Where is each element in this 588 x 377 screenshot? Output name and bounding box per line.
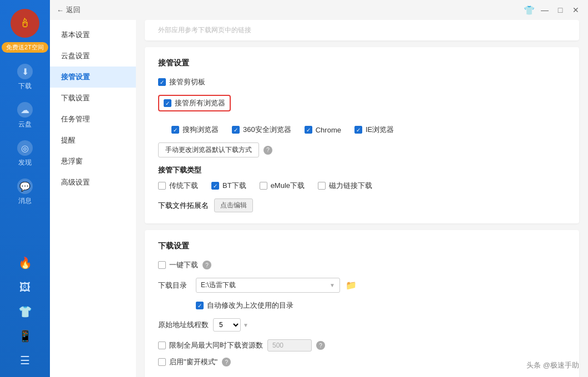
emule-download-label[interactable]: eMule下载: [260, 181, 305, 191]
limit-checkbox[interactable]: [158, 342, 166, 349]
shirt-icon[interactable]: 👕: [524, 4, 535, 16]
sougou-browser-checkbox[interactable]: [171, 126, 179, 134]
magnet-download-label[interactable]: 磁力链接下载: [318, 181, 372, 191]
one-click-label[interactable]: 一键下载: [158, 260, 198, 270]
nav-item-float[interactable]: 悬浮窗: [50, 151, 136, 172]
discover-icon: ◎: [17, 140, 33, 156]
limit-input[interactable]: [267, 339, 312, 351]
sidebar-item-discover[interactable]: ◎ 发现: [0, 135, 50, 173]
sougou-browser-label[interactable]: 搜狗浏览器: [171, 125, 219, 135]
auto-dir-row: 自动修改为上次使用的目录: [158, 300, 566, 310]
browsers-row: 搜狗浏览器 360安全浏览器 Chrome IE浏览器: [171, 125, 566, 135]
watermark: 头条 @极速手助: [526, 360, 579, 370]
clipboard-checkbox[interactable]: [158, 78, 166, 86]
content-row: 基本设置 云盘设置 接管设置 下载设置 任务管理 提醒 悬浮窗 高级设置: [50, 20, 588, 377]
auto-dir-label[interactable]: 自动修改为上次使用的目录: [196, 300, 293, 310]
manual-help-icon[interactable]: ?: [263, 146, 272, 155]
threads-label: 原始地址线程数: [158, 320, 209, 330]
limit-row: 限制全局最大同时下载资源数 ?: [158, 339, 566, 351]
sidebar: 🕯 免费送2T空间 ⬇ 下载 ☁ 云盘 ◎ 发现 💬 消息 🔥 🖼 👕 📱 ☰: [0, 0, 50, 377]
manual-btn-row: 手动更改浏览器默认下载方式 ?: [158, 142, 566, 157]
threads-dropdown-icon: ▼: [243, 322, 249, 328]
download-section-card: 下载设置 一键下载 ? 下载目录 E:\迅雷下载 ▼ 📁: [145, 230, 579, 377]
nav-item-tasks[interactable]: 任务管理: [50, 109, 136, 130]
sidebar-bottom: 🔥 🖼 👕 📱 ☰: [0, 253, 50, 377]
settings-nav: 基本设置 云盘设置 接管设置 下载设置 任务管理 提醒 悬浮窗 高级设置: [50, 20, 136, 377]
download-types-title: 接管下载类型: [158, 165, 566, 175]
takeover-section-title: 接管设置: [158, 58, 566, 68]
titlebar: ← 返回 👕 — □ ✕: [50, 0, 588, 20]
clipboard-checkbox-label[interactable]: 接管剪切板: [158, 77, 205, 87]
all-browsers-highlight: 接管所有浏览器: [158, 95, 231, 111]
download-section-title: 下载设置: [158, 241, 566, 251]
window-controls: 👕 — □ ✕: [524, 4, 581, 16]
maximize-button[interactable]: □: [555, 4, 566, 16]
auto-dir-checkbox[interactable]: [196, 302, 204, 309]
download-icon: ⬇: [17, 64, 33, 79]
extensions-label: 下载文件拓展名: [158, 201, 209, 211]
sidebar-item-cloud[interactable]: ☁ 云盘: [0, 96, 50, 135]
main-area: ← 返回 👕 — □ ✕ 基本设置 云盘设置 接管设置 下载设置: [50, 0, 588, 377]
bt-download-checkbox[interactable]: [211, 182, 219, 190]
messages-icon: 💬: [17, 179, 33, 194]
all-browsers-label: 接管所有浏览器: [175, 98, 225, 108]
nav-item-basic[interactable]: 基本设置: [50, 24, 136, 45]
limit-checkbox-label[interactable]: 限制全局最大同时下载资源数: [158, 340, 263, 350]
sidebar-nav: ⬇ 下载 ☁ 云盘 ◎ 发现 💬 消息: [0, 58, 50, 211]
sidebar-item-download[interactable]: ⬇ 下载: [0, 58, 50, 96]
nav-item-takeover[interactable]: 接管设置: [50, 67, 136, 88]
traditional-download-checkbox[interactable]: [158, 182, 166, 190]
window-mode-help-icon[interactable]: ?: [222, 358, 231, 366]
360-browser-label[interactable]: 360安全浏览器: [232, 125, 291, 135]
window-mode-row: 启用"窗开模式" ?: [158, 357, 566, 367]
dir-input[interactable]: E:\迅雷下载 ▼: [196, 278, 340, 293]
fire-icon[interactable]: 🔥: [15, 253, 35, 273]
nav-item-remind[interactable]: 提醒: [50, 130, 136, 151]
magnet-download-checkbox[interactable]: [318, 182, 326, 190]
360-browser-checkbox[interactable]: [232, 126, 240, 134]
mobile-icon[interactable]: 📱: [15, 326, 35, 346]
close-button[interactable]: ✕: [570, 4, 581, 16]
nav-item-download[interactable]: 下载设置: [50, 88, 136, 109]
limit-help-icon[interactable]: ?: [316, 341, 325, 350]
top-partial-card: 外部应用参考下载网页中的链接: [145, 20, 579, 40]
folder-icon[interactable]: 📁: [344, 279, 358, 292]
extensions-row: 下载文件拓展名 点击编辑: [158, 198, 566, 212]
back-arrow-icon: ←: [57, 6, 64, 14]
window-mode-checkbox[interactable]: [158, 358, 166, 366]
takeover-section-card: 接管设置 接管剪切板 接管所有浏览器: [145, 47, 579, 223]
gift-icon[interactable]: 👕: [15, 302, 35, 322]
dir-dropdown-icon[interactable]: ▼: [330, 282, 335, 288]
ie-browser-label[interactable]: IE浏览器: [354, 125, 394, 135]
all-browsers-checkbox[interactable]: [164, 99, 171, 107]
emule-download-checkbox[interactable]: [260, 182, 267, 190]
image-icon[interactable]: 🖼: [15, 277, 35, 297]
chrome-browser-label[interactable]: Chrome: [305, 126, 341, 134]
one-click-checkbox[interactable]: [158, 261, 166, 269]
sidebar-item-messages[interactable]: 💬 消息: [0, 173, 50, 211]
minimize-button[interactable]: —: [539, 4, 550, 16]
traditional-download-label[interactable]: 传统下载: [158, 181, 198, 191]
settings-content: 外部应用参考下载网页中的链接 接管设置 接管剪切板 接管所有浏览器: [136, 20, 588, 377]
nav-item-advanced[interactable]: 高级设置: [50, 172, 136, 193]
manual-browser-button[interactable]: 手动更改浏览器默认下载方式: [158, 142, 259, 157]
nav-item-cloud[interactable]: 云盘设置: [50, 45, 136, 67]
cloud-icon: ☁: [17, 102, 33, 118]
extensions-edit-button[interactable]: 点击编辑: [214, 198, 253, 212]
threads-select[interactable]: 5: [213, 318, 241, 332]
download-dir-row: 下载目录 E:\迅雷下载 ▼ 📁: [158, 278, 566, 293]
all-browsers-row: 接管所有浏览器: [158, 95, 566, 117]
chrome-browser-checkbox[interactable]: [305, 126, 312, 134]
download-types-row: 传统下载 BT下载 eMule下载 磁力链接下载: [158, 181, 566, 191]
threads-row: 原始地址线程数 5 ▼: [158, 318, 566, 332]
clipboard-row: 接管剪切板: [158, 77, 566, 87]
app-logo: 🕯: [11, 9, 39, 38]
promo-banner[interactable]: 免费送2T空间: [2, 42, 48, 53]
menu-icon[interactable]: ☰: [15, 350, 35, 370]
ie-browser-checkbox[interactable]: [354, 126, 362, 134]
window-mode-label[interactable]: 启用"窗开模式": [158, 357, 217, 367]
back-button[interactable]: ← 返回: [50, 3, 87, 17]
one-click-row: 一键下载 ?: [158, 260, 566, 270]
bt-download-label[interactable]: BT下载: [211, 181, 246, 191]
one-click-help-icon[interactable]: ?: [202, 261, 211, 269]
